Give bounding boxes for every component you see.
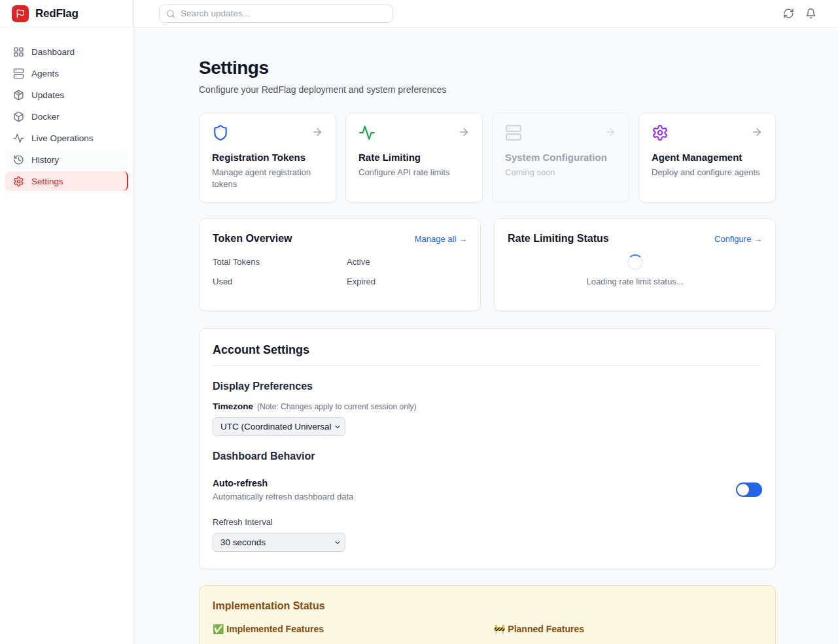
card-title: Registration Tokens	[212, 152, 323, 163]
package-icon	[13, 90, 24, 101]
sidebar-item-dashboard[interactable]: Dashboard	[5, 42, 128, 61]
planned-features-heading: 🚧 Planned Features	[494, 624, 762, 634]
auto-refresh-description: Automatically refresh dashboard data	[213, 492, 353, 501]
account-settings-title: Account Settings	[213, 343, 762, 366]
implementation-status-section: Implementation Status ✅ Implemented Feat…	[199, 585, 776, 644]
panel-title: Rate Limiting Status	[508, 233, 609, 245]
card-rate-limiting[interactable]: Rate Limiting Configure API rate limits	[345, 112, 483, 203]
display-preferences-title: Display Preferences	[213, 381, 762, 392]
timezone-note: (Note: Changes apply to current session …	[257, 402, 416, 411]
bell-icon[interactable]	[805, 8, 816, 19]
token-overview-panel: Token Overview Manage all → Total Tokens…	[199, 218, 481, 311]
card-description: Coming soon	[505, 167, 616, 178]
implementation-status-title: Implementation Status	[213, 600, 762, 612]
timezone-select[interactable]: UTC (Coordinated Universal Time)	[213, 417, 345, 436]
sidebar-nav: Dashboard Agents Updates Docker Live Ope…	[0, 27, 133, 191]
sidebar-item-label: Live Operations	[31, 133, 94, 143]
sidebar-item-live-operations[interactable]: Live Operations	[5, 128, 128, 148]
rate-limiting-status-panel: Rate Limiting Status Configure → Loading…	[494, 218, 776, 311]
card-description: Configure API rate limits	[358, 167, 470, 178]
planned-features-column: 🚧 Planned Features System configuration …	[494, 624, 762, 644]
stat-label-expired: Expired	[347, 277, 467, 286]
panel-title: Token Overview	[213, 233, 292, 245]
brand-name: RedFlag	[35, 7, 79, 20]
page-subtitle: Configure your RedFlag deployment and sy…	[199, 84, 776, 95]
auto-refresh-toggle[interactable]	[736, 483, 762, 497]
card-agent-management[interactable]: Agent Management Deploy and configure ag…	[638, 112, 776, 203]
card-title: System Configuration	[505, 152, 616, 163]
gear-icon	[652, 124, 669, 141]
flag-icon	[16, 9, 25, 18]
sidebar-item-updates[interactable]: Updates	[5, 85, 128, 105]
search-icon	[166, 9, 175, 18]
dashboard-behavior-title: Dashboard Behavior	[213, 450, 762, 462]
sidebar-item-label: Dashboard	[31, 47, 75, 57]
topbar-actions	[783, 8, 816, 19]
planned-features-list: System configuration management Integrat…	[494, 641, 762, 644]
timezone-select-wrap: UTC (Coordinated Universal Time)	[213, 417, 345, 436]
card-title: Agent Management	[652, 152, 763, 163]
redflag-logo	[12, 5, 29, 22]
main-area: Settings Configure your RedFlag deployme…	[134, 0, 838, 644]
list-item: Registration token management (full CRUD…	[224, 641, 481, 644]
shield-icon	[212, 124, 229, 141]
sidebar: RedFlag Dashboard Agents Updates Docker …	[0, 0, 134, 644]
search-box[interactable]	[159, 5, 393, 23]
sidebar-item-label: Agents	[31, 69, 59, 78]
token-stats: Total Tokens Active Used Expired	[213, 257, 467, 286]
activity-icon	[13, 133, 24, 144]
implemented-features-column: ✅ Implemented Features Registration toke…	[213, 624, 481, 644]
topbar	[134, 0, 838, 27]
loading-text: Loading rate limit status...	[586, 277, 683, 286]
loading-spinner	[627, 254, 643, 270]
sidebar-item-settings[interactable]: Settings	[5, 171, 128, 191]
card-title: Rate Limiting	[358, 152, 470, 163]
search-input[interactable]	[181, 8, 386, 18]
stat-label-total-tokens: Total Tokens	[213, 257, 347, 267]
server-icon	[13, 68, 24, 79]
arrow-right-icon	[751, 124, 763, 138]
card-description: Deploy and configure agents	[652, 167, 763, 178]
sidebar-item-history[interactable]: History	[5, 150, 128, 169]
sidebar-item-docker[interactable]: Docker	[5, 107, 128, 126]
refresh-interval-select-wrap: 30 seconds	[213, 533, 345, 552]
refresh-interval-select[interactable]: 30 seconds	[213, 533, 345, 552]
card-description: Manage agent registration tokens	[212, 167, 323, 190]
brand: RedFlag	[0, 0, 133, 27]
implemented-features-heading: ✅ Implemented Features	[213, 624, 481, 634]
configure-link[interactable]: Configure →	[714, 234, 762, 244]
timezone-label: Timezone	[213, 401, 253, 411]
card-registration-tokens[interactable]: Registration Tokens Manage agent registr…	[199, 112, 336, 203]
manage-all-link[interactable]: Manage all →	[415, 234, 467, 244]
history-icon	[13, 154, 24, 165]
overview-panels: Token Overview Manage all → Total Tokens…	[199, 218, 776, 311]
implemented-features-list: Registration token management (full CRUD…	[213, 641, 481, 644]
sidebar-item-label: Updates	[31, 90, 64, 100]
grid-icon	[13, 46, 24, 58]
arrow-right-icon	[458, 124, 470, 138]
stat-label-used: Used	[213, 277, 347, 286]
account-settings-section: Account Settings Display Preferences Tim…	[199, 328, 776, 569]
auto-refresh-label: Auto-refresh	[213, 478, 353, 488]
server-icon	[505, 124, 522, 141]
sidebar-item-agents[interactable]: Agents	[5, 63, 128, 83]
sidebar-item-label: Docker	[31, 112, 60, 122]
sidebar-item-label: History	[31, 155, 59, 165]
quick-cards: Registration Tokens Manage agent registr…	[199, 112, 776, 203]
gear-icon	[13, 176, 24, 187]
card-system-configuration: System Configuration Coming soon	[492, 112, 629, 203]
box-icon	[13, 111, 24, 122]
stat-label-active: Active	[347, 257, 467, 267]
settings-page: Settings Configure your RedFlag deployme…	[134, 27, 838, 644]
refresh-icon[interactable]	[783, 8, 794, 19]
app-window: RedFlag Dashboard Agents Updates Docker …	[0, 0, 838, 644]
page-title: Settings	[199, 58, 776, 78]
activity-icon	[358, 124, 375, 141]
sidebar-item-label: Settings	[31, 177, 63, 186]
toggle-knob	[737, 484, 749, 496]
arrow-right-icon	[311, 124, 323, 138]
list-item: System configuration management	[505, 641, 762, 644]
arrow-right-icon	[604, 124, 616, 138]
refresh-interval-label: Refresh Interval	[213, 517, 762, 527]
